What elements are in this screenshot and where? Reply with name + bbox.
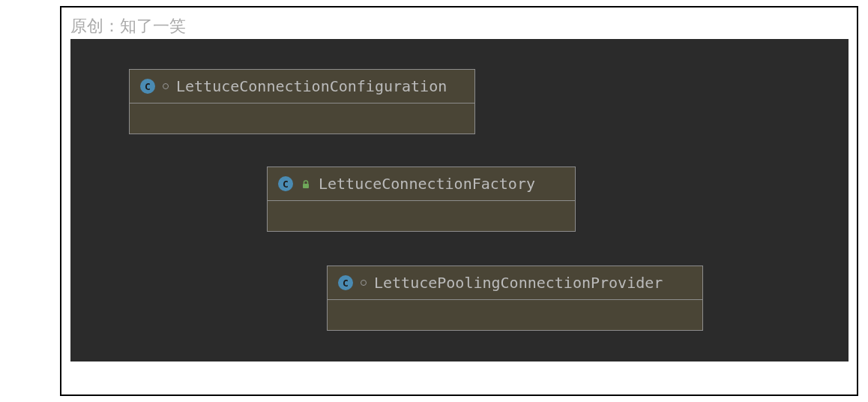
class-body [130, 104, 474, 134]
class-box-lettuce-connection-configuration[interactable]: C LettuceConnectionConfiguration [129, 69, 475, 134]
class-name-label: LettucePoolingConnectionProvider [374, 274, 663, 292]
class-box-lettuce-connection-factory[interactable]: C LettuceConnectionFactory [267, 166, 576, 232]
class-icon: C [278, 176, 293, 191]
class-body [268, 201, 575, 231]
diagram-frame: 原创：知了一笑 C LettuceConnectionConfiguration… [60, 6, 858, 396]
class-body [328, 300, 702, 330]
dark-background-panel: C LettuceConnectionConfiguration C Lettu… [70, 39, 849, 362]
class-icon: C [338, 275, 353, 290]
svg-rect-0 [303, 184, 309, 188]
modifier-icon [163, 83, 169, 89]
lock-icon [301, 178, 311, 189]
watermark-text: 原创：知了一笑 [70, 15, 186, 38]
class-box-lettuce-pooling-connection-provider[interactable]: C LettucePoolingConnectionProvider [327, 266, 703, 331]
class-header: C LettuceConnectionFactory [268, 167, 575, 201]
class-icon: C [140, 79, 155, 94]
class-name-label: LettuceConnectionConfiguration [176, 77, 447, 95]
class-header: C LettucePoolingConnectionProvider [328, 266, 702, 300]
class-header: C LettuceConnectionConfiguration [130, 70, 474, 104]
modifier-icon [361, 280, 367, 286]
class-name-label: LettuceConnectionFactory [319, 175, 535, 193]
